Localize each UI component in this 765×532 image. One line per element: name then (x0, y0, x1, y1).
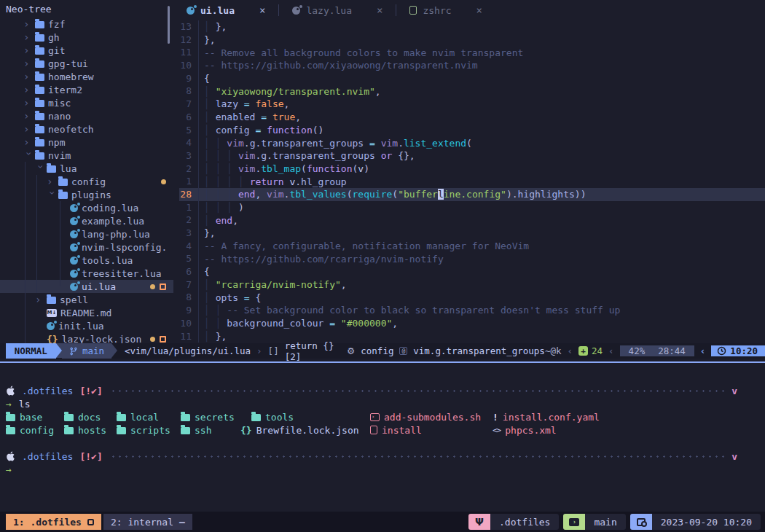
code-line[interactable]: 5│ config = function() (179, 124, 765, 137)
tab-lazy.lua[interactable]: lazy.lua× (279, 0, 396, 20)
code-line[interactable]: 4│ │ vim.g.transparent_groups = vim.list… (179, 136, 765, 149)
code-line[interactable]: 1│ │ │ │ return v.hl_group (179, 175, 765, 188)
tmux-window-1-dotfiles[interactable]: 1: .dotfiles (6, 514, 101, 530)
tmux-window-2-internal[interactable]: 2: internal– (103, 514, 192, 530)
line-number: 1 (179, 175, 199, 188)
code-line[interactable]: 8│ opts = { (179, 291, 765, 304)
chevron-right-icon[interactable]: › (23, 18, 35, 30)
tree-item-gpg-tui[interactable]: ›gpg-tui (0, 57, 173, 70)
tree-item-init.lua[interactable]: init.lua (0, 319, 173, 332)
tree-item-lazy-lock.json[interactable]: {}lazy-lock.json (0, 332, 173, 343)
chevron-down-icon[interactable]: › (47, 190, 58, 202)
code-line[interactable]: 10-- https://github.com/xiyaowong/transp… (179, 59, 765, 72)
close-icon[interactable]: × (259, 4, 265, 16)
mode-indicator: NORMAL (6, 343, 56, 359)
chevron-down-icon[interactable]: › (23, 151, 35, 163)
folder-icon (35, 139, 44, 146)
tree-item-tools.lua[interactable]: tools.lua (0, 254, 173, 267)
code-line[interactable]: 13│ }, (179, 20, 765, 34)
tree-item-config[interactable]: ›config (0, 175, 173, 188)
chevron-right-icon[interactable]: › (23, 136, 35, 148)
tree-item-git[interactable]: ›git (0, 44, 173, 57)
tree-item-example.lua[interactable]: example.lua (0, 214, 173, 227)
chevron-right-icon[interactable]: › (23, 31, 35, 43)
code-line[interactable]: 1│ │ │ ) (179, 201, 765, 214)
tree-item-homebrew[interactable]: ›homebrew (0, 70, 173, 83)
apple-icon (6, 386, 15, 396)
command-line[interactable]: → (0, 463, 765, 476)
token: ) (238, 202, 244, 213)
folder-icon (35, 34, 44, 42)
code-line[interactable]: 9│ │ -- Set background color to black so… (179, 304, 765, 317)
line-number: 8 (179, 85, 199, 98)
code-line[interactable]: 11-- Remove all background colors to mak… (179, 46, 765, 59)
tree-item-misc[interactable]: ›misc (0, 96, 173, 109)
chevron-right-icon[interactable]: › (23, 84, 35, 95)
code-line[interactable]: 6{ (179, 265, 765, 278)
tree-item-iterm2[interactable]: ›iterm2 (0, 83, 173, 96)
code-line[interactable]: 3}, (179, 227, 765, 240)
chevron-right-icon[interactable]: › (23, 44, 35, 56)
chevron-right-icon[interactable]: › (23, 110, 35, 122)
chevron-right-icon[interactable]: › (23, 123, 35, 135)
tmux-session-icon-box: Ψ (468, 514, 490, 530)
token: │ │ (204, 318, 227, 329)
tree-item-fzf[interactable]: ›fzf (0, 17, 173, 31)
code-line[interactable]: 12}, (179, 34, 765, 47)
close-icon[interactable]: × (476, 4, 482, 16)
token: , (284, 98, 290, 109)
tree-item-README.md[interactable]: M↓README.md (0, 306, 173, 319)
close-icon[interactable]: × (377, 4, 382, 16)
code-line[interactable]: 9{ (179, 72, 765, 85)
tree-item-lang-php.lua[interactable]: lang-php.lua (0, 227, 173, 240)
tree-item-npm[interactable]: ›npm (0, 136, 173, 149)
clock-icon (717, 346, 726, 356)
code-line[interactable]: 28│ │ │ end, vim.tbl_values(require("buf… (179, 188, 765, 201)
code-line[interactable]: 7│ "rcarriga/nvim-notify", (179, 278, 765, 292)
nvim-statusline: NORMAL main <vim/lua/plugins/ui.lua › []… (0, 343, 765, 359)
tree-item-nvim-lspconfig.[interactable]: nvim-lspconfig. (0, 240, 173, 254)
code-line[interactable]: 5-- https://github.com/rcarriga/nvim-not… (179, 252, 765, 265)
code-line[interactable]: 11│ }, (179, 330, 765, 343)
code-line[interactable]: 10│ │ background_colour = "#000000", (179, 317, 765, 330)
chevron-down-icon[interactable]: › (35, 164, 47, 176)
tree-item-ui.lua[interactable]: ui.lua (0, 280, 173, 293)
code-line[interactable]: 4-- A fancy, configurable, notification … (179, 240, 765, 253)
shell-pane[interactable]: .dotfiles [!✔] v → ls basedocslocalsecre… (0, 363, 765, 512)
chevron-right-icon[interactable]: › (23, 97, 35, 109)
line-number: 6 (179, 265, 199, 278)
tree-item-nvim[interactable]: ›nvim (0, 149, 173, 162)
tree-item-lua[interactable]: ›lua (0, 162, 173, 175)
code-text: }, (199, 34, 216, 45)
tree-item-plugins[interactable]: ›plugins (0, 188, 173, 201)
ls-entry-ssh: ssh (181, 423, 211, 437)
clock-segment: 10:20 (711, 345, 765, 356)
tmux-datetime: 2023-09-20 10:20 (652, 514, 761, 530)
token: = (250, 125, 267, 136)
tree-item-gh[interactable]: ›gh (0, 31, 173, 44)
neotree-scrollbar[interactable] (168, 6, 170, 44)
chevron-right-icon[interactable]: › (23, 58, 35, 69)
chevron-right-icon[interactable]: › (35, 294, 47, 305)
code-line[interactable]: 2│ │ │ vim.tbl_map(function(v) (179, 163, 765, 176)
folder-icon (35, 47, 44, 55)
code-line[interactable]: 6│ enabled = true, (179, 111, 765, 124)
tree-item-treesitter.lua[interactable]: treesitter.lua (0, 267, 173, 280)
code-line[interactable]: 3│ │ │ vim.g.transparent_groups or {}, (179, 149, 765, 163)
code-buffer[interactable]: 13│ },12},11-- Remove all background col… (173, 20, 765, 343)
code-line[interactable]: 2│ end, (179, 214, 765, 227)
chevron-right-icon[interactable]: › (23, 71, 35, 82)
breadcrumb-chevron-icon: › (256, 345, 262, 356)
chevron-right-icon[interactable]: › (47, 176, 58, 187)
code-line[interactable]: 8│ "xiyaowong/transparent.nvim", (179, 85, 765, 98)
tree-item-neofetch[interactable]: ›neofetch (0, 122, 173, 136)
tab-zshrc[interactable]: zshrc× (396, 0, 495, 20)
code-text: -- A fancy, configurable, notification m… (199, 240, 529, 251)
tree-item-spell[interactable]: ›spell (0, 293, 173, 306)
clock-time: 10:20 (730, 345, 758, 356)
tab-ui.lua[interactable]: ui.lua× (173, 0, 278, 20)
tree-item-nano[interactable]: ›nano (0, 109, 173, 122)
tree-item-coding.lua[interactable]: coding.lua (0, 201, 173, 214)
token: ( (347, 189, 353, 200)
code-line[interactable]: 7│ lazy = false, (179, 98, 765, 111)
